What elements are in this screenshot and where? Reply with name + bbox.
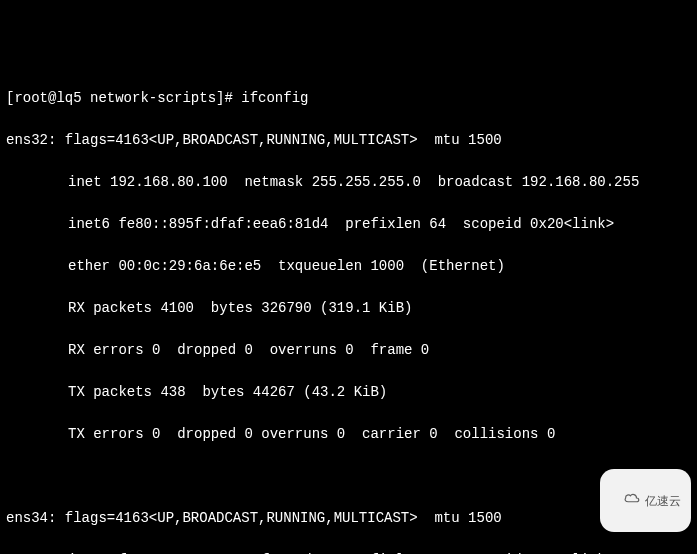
blank-line xyxy=(6,466,691,487)
ens32-rx-errors: RX errors 0 dropped 0 overruns 0 frame 0 xyxy=(6,340,691,361)
ens34-inet6: inet6 fe80::9681:1084:1f62:ed25 prefixle… xyxy=(6,550,691,554)
ens32-inet6: inet6 fe80::895f:dfaf:eea6:81d4 prefixle… xyxy=(6,214,691,235)
ens32-tx-errors: TX errors 0 dropped 0 overruns 0 carrier… xyxy=(6,424,691,445)
ens32-ether: ether 00:0c:29:6a:6e:e5 txqueuelen 1000 … xyxy=(6,256,691,277)
cloud-icon xyxy=(610,473,641,528)
iface-ens34-header: ens34: flags=4163<UP,BROADCAST,RUNNING,M… xyxy=(6,508,691,529)
ens32-inet: inet 192.168.80.100 netmask 255.255.255.… xyxy=(6,172,691,193)
ens32-tx-packets: TX packets 438 bytes 44267 (43.2 KiB) xyxy=(6,382,691,403)
watermark-badge: 亿速云 xyxy=(600,469,691,532)
shell-prompt-line[interactable]: [root@lq5 network-scripts]# ifconfig xyxy=(6,88,691,109)
ens32-rx-packets: RX packets 4100 bytes 326790 (319.1 KiB) xyxy=(6,298,691,319)
watermark-text: 亿速云 xyxy=(645,492,681,510)
iface-ens32-header: ens32: flags=4163<UP,BROADCAST,RUNNING,M… xyxy=(6,130,691,151)
